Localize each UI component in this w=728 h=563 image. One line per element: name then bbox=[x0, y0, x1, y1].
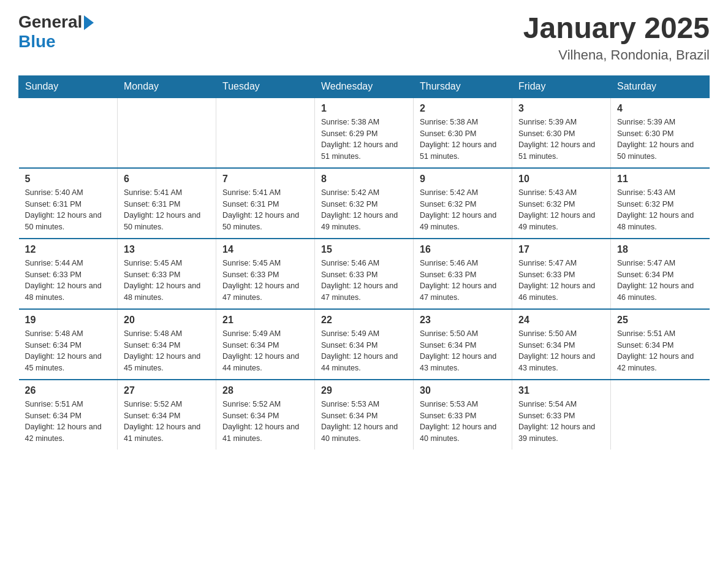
calendar-cell: 21Sunrise: 5:49 AM Sunset: 6:34 PM Dayli… bbox=[216, 309, 315, 380]
day-info: Sunrise: 5:41 AM Sunset: 6:31 PM Dayligh… bbox=[124, 187, 210, 233]
day-number: 12 bbox=[25, 244, 112, 255]
day-info: Sunrise: 5:50 AM Sunset: 6:34 PM Dayligh… bbox=[420, 328, 506, 374]
day-number: 14 bbox=[222, 244, 308, 255]
calendar-week-row: 5Sunrise: 5:40 AM Sunset: 6:31 PM Daylig… bbox=[19, 168, 710, 239]
day-info: Sunrise: 5:44 AM Sunset: 6:33 PM Dayligh… bbox=[25, 258, 112, 304]
day-number: 1 bbox=[321, 103, 407, 114]
day-number: 30 bbox=[420, 385, 506, 396]
day-number: 16 bbox=[420, 244, 506, 255]
day-info: Sunrise: 5:39 AM Sunset: 6:30 PM Dayligh… bbox=[617, 117, 703, 163]
day-number: 3 bbox=[518, 103, 604, 114]
day-number: 2 bbox=[420, 103, 506, 114]
day-info: Sunrise: 5:48 AM Sunset: 6:34 PM Dayligh… bbox=[25, 328, 112, 374]
day-number: 26 bbox=[25, 385, 112, 396]
calendar-cell: 1Sunrise: 5:38 AM Sunset: 6:29 PM Daylig… bbox=[315, 98, 414, 168]
day-number: 29 bbox=[321, 385, 407, 396]
calendar-cell: 10Sunrise: 5:43 AM Sunset: 6:32 PM Dayli… bbox=[512, 168, 611, 239]
day-info: Sunrise: 5:50 AM Sunset: 6:34 PM Dayligh… bbox=[518, 328, 604, 374]
calendar-cell: 2Sunrise: 5:38 AM Sunset: 6:30 PM Daylig… bbox=[414, 98, 512, 168]
day-number: 8 bbox=[321, 174, 407, 185]
calendar-cell: 16Sunrise: 5:46 AM Sunset: 6:33 PM Dayli… bbox=[414, 239, 512, 309]
day-info: Sunrise: 5:54 AM Sunset: 6:33 PM Dayligh… bbox=[518, 399, 604, 445]
calendar-cell: 6Sunrise: 5:41 AM Sunset: 6:31 PM Daylig… bbox=[118, 168, 216, 239]
calendar-week-row: 12Sunrise: 5:44 AM Sunset: 6:33 PM Dayli… bbox=[19, 239, 710, 309]
day-number: 10 bbox=[518, 174, 604, 185]
column-header-saturday: Saturday bbox=[611, 75, 710, 98]
day-number: 27 bbox=[124, 385, 210, 396]
calendar-subtitle: Vilhena, Rondonia, Brazil bbox=[523, 47, 710, 63]
column-header-sunday: Sunday bbox=[19, 75, 118, 98]
day-info: Sunrise: 5:43 AM Sunset: 6:32 PM Dayligh… bbox=[617, 187, 703, 233]
calendar-cell: 31Sunrise: 5:54 AM Sunset: 6:33 PM Dayli… bbox=[512, 380, 611, 450]
calendar-cell: 29Sunrise: 5:53 AM Sunset: 6:34 PM Dayli… bbox=[315, 380, 414, 450]
calendar-cell: 28Sunrise: 5:52 AM Sunset: 6:34 PM Dayli… bbox=[216, 380, 315, 450]
logo-general-text: General bbox=[18, 12, 82, 32]
calendar-cell bbox=[19, 98, 118, 168]
day-info: Sunrise: 5:45 AM Sunset: 6:33 PM Dayligh… bbox=[124, 258, 210, 304]
column-header-friday: Friday bbox=[512, 75, 611, 98]
calendar-week-row: 19Sunrise: 5:48 AM Sunset: 6:34 PM Dayli… bbox=[19, 309, 710, 380]
day-info: Sunrise: 5:42 AM Sunset: 6:32 PM Dayligh… bbox=[420, 187, 506, 233]
day-number: 25 bbox=[617, 315, 703, 326]
calendar-cell: 9Sunrise: 5:42 AM Sunset: 6:32 PM Daylig… bbox=[414, 168, 512, 239]
column-header-thursday: Thursday bbox=[414, 75, 512, 98]
day-number: 22 bbox=[321, 315, 407, 326]
day-number: 21 bbox=[222, 315, 308, 326]
calendar-cell: 24Sunrise: 5:50 AM Sunset: 6:34 PM Dayli… bbox=[512, 309, 611, 380]
calendar-cell: 19Sunrise: 5:48 AM Sunset: 6:34 PM Dayli… bbox=[19, 309, 118, 380]
day-info: Sunrise: 5:47 AM Sunset: 6:34 PM Dayligh… bbox=[617, 258, 703, 304]
calendar-header-row: SundayMondayTuesdayWednesdayThursdayFrid… bbox=[19, 75, 710, 98]
calendar-cell: 11Sunrise: 5:43 AM Sunset: 6:32 PM Dayli… bbox=[611, 168, 710, 239]
day-info: Sunrise: 5:39 AM Sunset: 6:30 PM Dayligh… bbox=[518, 117, 604, 163]
day-number: 24 bbox=[518, 315, 604, 326]
logo: General Blue bbox=[18, 12, 94, 52]
day-info: Sunrise: 5:40 AM Sunset: 6:31 PM Dayligh… bbox=[25, 187, 112, 233]
calendar-week-row: 26Sunrise: 5:51 AM Sunset: 6:34 PM Dayli… bbox=[19, 380, 710, 450]
day-info: Sunrise: 5:49 AM Sunset: 6:34 PM Dayligh… bbox=[222, 328, 308, 374]
calendar-cell: 26Sunrise: 5:51 AM Sunset: 6:34 PM Dayli… bbox=[19, 380, 118, 450]
calendar-cell: 14Sunrise: 5:45 AM Sunset: 6:33 PM Dayli… bbox=[216, 239, 315, 309]
day-info: Sunrise: 5:52 AM Sunset: 6:34 PM Dayligh… bbox=[124, 399, 210, 445]
calendar-cell: 18Sunrise: 5:47 AM Sunset: 6:34 PM Dayli… bbox=[611, 239, 710, 309]
day-number: 31 bbox=[518, 385, 604, 396]
calendar-week-row: 1Sunrise: 5:38 AM Sunset: 6:29 PM Daylig… bbox=[19, 98, 710, 168]
logo-blue-text: Blue bbox=[18, 32, 56, 52]
day-number: 18 bbox=[617, 244, 703, 255]
day-info: Sunrise: 5:38 AM Sunset: 6:30 PM Dayligh… bbox=[420, 117, 506, 163]
calendar-cell: 23Sunrise: 5:50 AM Sunset: 6:34 PM Dayli… bbox=[414, 309, 512, 380]
day-info: Sunrise: 5:46 AM Sunset: 6:33 PM Dayligh… bbox=[420, 258, 506, 304]
day-info: Sunrise: 5:43 AM Sunset: 6:32 PM Dayligh… bbox=[518, 187, 604, 233]
day-info: Sunrise: 5:52 AM Sunset: 6:34 PM Dayligh… bbox=[222, 399, 308, 445]
day-info: Sunrise: 5:51 AM Sunset: 6:34 PM Dayligh… bbox=[617, 328, 703, 374]
day-number: 7 bbox=[222, 174, 308, 185]
day-info: Sunrise: 5:48 AM Sunset: 6:34 PM Dayligh… bbox=[124, 328, 210, 374]
calendar-cell bbox=[216, 98, 315, 168]
day-number: 17 bbox=[518, 244, 604, 255]
calendar-table: SundayMondayTuesdayWednesdayThursdayFrid… bbox=[18, 75, 710, 450]
calendar-cell bbox=[118, 98, 216, 168]
calendar-cell: 20Sunrise: 5:48 AM Sunset: 6:34 PM Dayli… bbox=[118, 309, 216, 380]
logo-triangle-icon bbox=[84, 15, 94, 30]
column-header-wednesday: Wednesday bbox=[315, 75, 414, 98]
day-info: Sunrise: 5:41 AM Sunset: 6:31 PM Dayligh… bbox=[222, 187, 308, 233]
calendar-title-block: January 2025 Vilhena, Rondonia, Brazil bbox=[523, 12, 710, 63]
calendar-cell: 12Sunrise: 5:44 AM Sunset: 6:33 PM Dayli… bbox=[19, 239, 118, 309]
calendar-cell: 5Sunrise: 5:40 AM Sunset: 6:31 PM Daylig… bbox=[19, 168, 118, 239]
day-number: 15 bbox=[321, 244, 407, 255]
day-info: Sunrise: 5:49 AM Sunset: 6:34 PM Dayligh… bbox=[321, 328, 407, 374]
calendar-cell: 22Sunrise: 5:49 AM Sunset: 6:34 PM Dayli… bbox=[315, 309, 414, 380]
column-header-monday: Monday bbox=[118, 75, 216, 98]
calendar-cell: 17Sunrise: 5:47 AM Sunset: 6:33 PM Dayli… bbox=[512, 239, 611, 309]
calendar-cell: 30Sunrise: 5:53 AM Sunset: 6:33 PM Dayli… bbox=[414, 380, 512, 450]
calendar-cell: 15Sunrise: 5:46 AM Sunset: 6:33 PM Dayli… bbox=[315, 239, 414, 309]
column-header-tuesday: Tuesday bbox=[216, 75, 315, 98]
day-info: Sunrise: 5:53 AM Sunset: 6:34 PM Dayligh… bbox=[321, 399, 407, 445]
calendar-cell: 3Sunrise: 5:39 AM Sunset: 6:30 PM Daylig… bbox=[512, 98, 611, 168]
calendar-cell bbox=[611, 380, 710, 450]
calendar-title: January 2025 bbox=[523, 12, 710, 45]
day-number: 4 bbox=[617, 103, 703, 114]
page-header: General Blue January 2025 Vilhena, Rondo… bbox=[18, 12, 710, 63]
day-info: Sunrise: 5:42 AM Sunset: 6:32 PM Dayligh… bbox=[321, 187, 407, 233]
day-number: 13 bbox=[124, 244, 210, 255]
day-number: 5 bbox=[25, 174, 112, 185]
